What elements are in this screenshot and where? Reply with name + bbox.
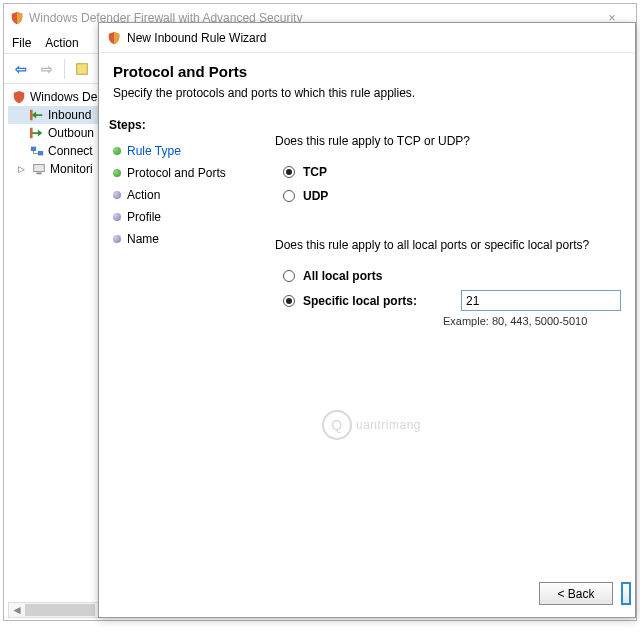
firewall-icon — [107, 31, 121, 45]
tree-item-label: Monitori — [50, 162, 93, 176]
question-ports: Does this rule apply to all local ports … — [275, 238, 621, 252]
svg-rect-1 — [30, 110, 33, 121]
back-button[interactable]: < Back — [539, 582, 613, 605]
option-label: TCP — [303, 165, 327, 179]
option-label: UDP — [303, 189, 328, 203]
svg-rect-6 — [36, 173, 41, 175]
svg-rect-0 — [77, 63, 88, 74]
tree-root-label: Windows De — [30, 90, 97, 104]
step-label: Name — [127, 232, 159, 246]
radio-icon[interactable] — [283, 295, 295, 307]
radio-icon[interactable] — [283, 190, 295, 202]
option-specific-ports[interactable]: Specific local ports: — [283, 290, 621, 311]
tree-item-label: Connect — [48, 144, 93, 158]
step-action[interactable]: Action — [109, 184, 249, 206]
svg-rect-3 — [31, 147, 36, 151]
wizard-titlebar: New Inbound Rule Wizard — [99, 23, 635, 53]
wizard-title-text: New Inbound Rule Wizard — [127, 31, 266, 45]
option-label: Specific local ports: — [303, 294, 453, 308]
ports-example: Example: 80, 443, 5000-5010 — [443, 315, 621, 327]
monitoring-icon — [32, 162, 46, 176]
wizard-header: Protocol and Ports Specify the protocols… — [99, 53, 635, 112]
step-name[interactable]: Name — [109, 228, 249, 250]
menu-action[interactable]: Action — [45, 36, 78, 50]
option-label: All local ports — [303, 269, 382, 283]
firewall-icon — [10, 11, 24, 25]
bullet-icon — [113, 191, 121, 199]
svg-rect-2 — [30, 128, 33, 139]
toolbar-button-1[interactable] — [71, 58, 93, 80]
steps-header: Steps: — [109, 118, 249, 132]
bullet-icon — [113, 147, 121, 155]
option-all-ports[interactable]: All local ports — [283, 266, 621, 286]
outbound-icon — [30, 126, 44, 140]
nav-back-button[interactable]: ⇦ — [10, 58, 32, 80]
radio-icon[interactable] — [283, 166, 295, 178]
wizard-steps: Steps: Rule Type Protocol and Ports Acti… — [99, 112, 249, 558]
step-profile[interactable]: Profile — [109, 206, 249, 228]
tree-item-label: Inbound — [48, 108, 91, 122]
bullet-icon — [113, 235, 121, 243]
bullet-icon — [113, 213, 121, 221]
option-tcp[interactable]: TCP — [283, 162, 621, 182]
tree-item-label: Outboun — [48, 126, 94, 140]
wizard-button-row: < Back — [539, 582, 635, 605]
step-rule-type[interactable]: Rule Type — [109, 140, 249, 162]
firewall-icon — [12, 90, 26, 104]
bullet-icon — [113, 169, 121, 177]
nav-forward-button: ⇨ — [36, 58, 58, 80]
step-label: Profile — [127, 210, 161, 224]
option-udp[interactable]: UDP — [283, 186, 621, 206]
step-label: Action — [127, 188, 160, 202]
next-button[interactable] — [621, 582, 631, 605]
question-protocol: Does this rule apply to TCP or UDP? — [275, 134, 621, 148]
inbound-icon — [30, 108, 44, 122]
wizard-subheading: Specify the protocols and ports to which… — [113, 86, 621, 100]
ports-input[interactable] — [461, 290, 621, 311]
step-protocol-ports: Protocol and Ports — [109, 162, 249, 184]
radio-icon[interactable] — [283, 270, 295, 282]
svg-rect-4 — [38, 151, 43, 155]
step-link[interactable]: Rule Type — [127, 144, 181, 158]
wizard-panel: Does this rule apply to TCP or UDP? TCP … — [249, 112, 635, 558]
wizard-dialog: New Inbound Rule Wizard Protocol and Por… — [98, 22, 636, 618]
wizard-heading: Protocol and Ports — [113, 63, 621, 80]
connection-icon — [30, 144, 44, 158]
svg-rect-5 — [34, 165, 45, 172]
step-label: Protocol and Ports — [127, 166, 226, 180]
menu-file[interactable]: File — [12, 36, 31, 50]
chevron-right-icon[interactable]: ▷ — [18, 164, 28, 174]
